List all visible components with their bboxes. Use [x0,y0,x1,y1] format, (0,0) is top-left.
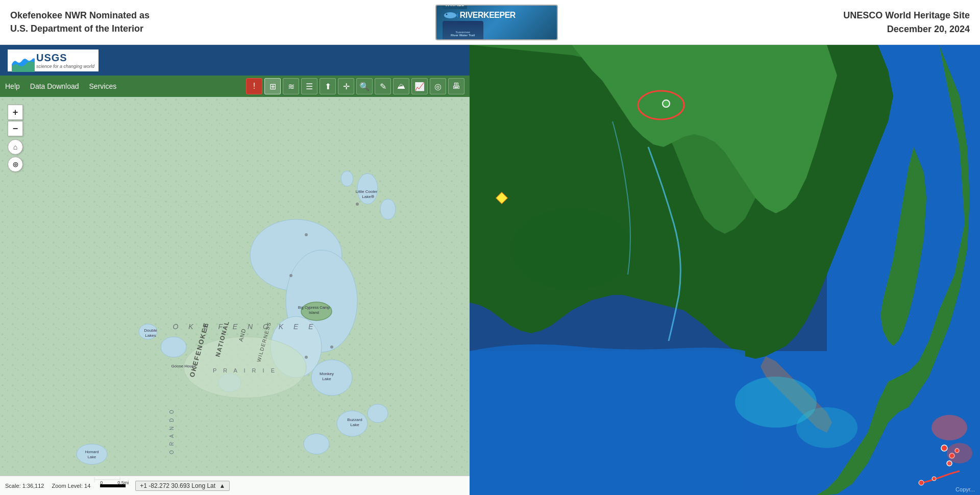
svg-point-68 [919,480,924,485]
right-panel[interactable]: Copyr... [470,45,980,495]
usgs-main-text: USGS [36,52,94,64]
svg-point-72 [932,415,967,440]
exclamation-icon: ! [253,82,255,91]
svg-point-32 [305,233,308,236]
zoom-in-button[interactable]: + [8,105,23,120]
svg-point-69 [932,477,936,481]
svg-point-54 [77,444,107,464]
mountain-button[interactable]: ⛰ [393,78,409,94]
scale-bar: 0 0.5mi [100,484,126,487]
svg-point-15 [311,360,352,395]
svg-text:Lake: Lake [88,455,96,459]
left-panel: USGS science for a changing world Help D… [0,45,470,495]
coordinate-display: +1 -82.272 30.693 Long Lat ▲ [135,481,230,491]
coord-expand-icon[interactable]: ▲ [219,482,225,489]
svg-point-26 [304,434,329,454]
crosshair-button[interactable]: ✛ [338,78,354,94]
svg-text:Monkey: Monkey [320,372,334,376]
usgs-logo-box: USGS science for a changing world [8,50,99,71]
svg-point-18 [380,199,396,219]
target-icon: ◎ [434,82,442,91]
svg-point-29 [330,345,333,349]
usgs-icon [12,52,32,69]
list-icon: ☰ [306,82,313,91]
scale-bar-label: 0.5mi [117,480,129,485]
toolbar-icons: ! ⊞ ≋ ☰ ⬆ ✛ 🔍 [246,78,464,94]
svg-point-71 [796,407,857,448]
svg-point-20 [161,337,186,357]
svg-text:Little Cooler: Little Cooler [356,189,378,194]
scale-text: Scale: 1:36,112 [5,483,44,489]
svg-point-64 [941,445,947,451]
layers-button[interactable]: ≋ [283,78,299,94]
pencil-button[interactable]: ✎ [375,78,391,94]
svg-marker-1 [456,13,458,18]
svg-text:Double: Double [144,328,157,333]
location-button[interactable]: ◎ [8,157,23,172]
svg-text:Lake: Lake [350,423,359,427]
svg-point-25 [368,404,388,423]
svg-text:P R A I R I E: P R A I R I E [213,367,277,374]
toolbar-data-download-menu[interactable]: Data Download [30,82,79,90]
svg-rect-11 [0,97,470,495]
upload-button[interactable]: ⬆ [320,78,336,94]
fish-svg-icon [443,10,458,20]
coord-text: +1 -82.272 30.693 Long Lat [140,482,215,489]
print-button[interactable]: 🖶 [448,78,464,94]
map-svg: OKEFENOKEE NATIONAL AND WILDERNESS O K E… [0,97,470,495]
svg-point-28 [371,195,374,198]
suwannee-label: Suwannee [470,5,500,8]
svg-text:Homard: Homard [85,450,99,454]
grid-icon: ⊞ [270,82,276,91]
svg-text:Lake: Lake [322,377,331,381]
satellite-svg [470,45,980,495]
usgs-sub-text: science for a changing world [36,64,94,69]
usgs-text-block: USGS science for a changing world [36,52,94,69]
print-icon: 🖶 [452,82,460,91]
svg-point-67 [947,461,952,466]
layers-icon: ≋ [288,82,295,91]
toolbar-help-menu[interactable]: Help [5,82,20,90]
riverkeeper-text: RIVERKEEPER [460,11,516,20]
banner-title-line1: Okefenokee NWR Nominated as [10,9,150,22]
svg-text:Big Cypress Camp: Big Cypress Camp [298,305,330,310]
svg-point-73 [947,443,972,463]
satellite-map: Copyr... [470,45,980,495]
chart-button[interactable]: 📈 [411,78,428,94]
search-icon: 🔍 [359,82,370,91]
svg-point-19 [341,171,353,186]
toolbar-services-menu[interactable]: Services [89,82,117,90]
search-button[interactable]: 🔍 [356,78,373,94]
usgs-wave-icon [12,52,35,72]
wwals-label: WWALS [445,5,464,8]
svg-point-2 [446,14,447,15]
chart-icon: 📈 [414,82,425,91]
zoom-text: Zoom Level: 14 [52,483,90,489]
mountain-icon: ⛰ [397,82,405,91]
svg-text:Buzzard: Buzzard [347,417,362,422]
svg-point-60 [510,208,633,290]
list-button[interactable]: ☰ [301,78,317,94]
heritage-date: December 20, 2024 [843,22,970,36]
svg-text:Lake: Lake [362,194,371,199]
svg-point-30 [305,356,308,359]
heritage-title: UNESCO World Heritage Site [843,9,970,22]
target-button[interactable]: ◎ [430,78,446,94]
svg-text:O K E F E N O K E E: O K E F E N O K E E [173,323,317,331]
svg-text:Lakes: Lakes [145,333,156,338]
svg-point-0 [444,12,456,18]
grid-button[interactable]: ⊞ [264,78,281,94]
riverkeeper-logo[interactable]: WWALS Suwannee RIVERKEEPER Suwannee R [435,5,558,40]
banner-right: UNESCO World Heritage Site December 20, … [843,9,970,36]
upload-icon: ⬆ [325,82,331,91]
usgs-header: USGS science for a changing world [0,45,470,76]
crosshair-icon: ✛ [343,82,350,91]
zoom-out-button[interactable]: − [8,121,23,136]
svg-point-27 [356,203,359,206]
exclamation-button[interactable]: ! [246,78,262,94]
home-button[interactable]: ⌂ [8,139,23,155]
svg-text:Goose House: Goose House [172,364,197,368]
banner-center: WWALS Suwannee RIVERKEEPER Suwannee R [435,5,558,40]
usgs-logo: USGS science for a changing world [8,50,99,71]
map-area[interactable]: OKEFENOKEE NATIONAL AND WILDERNESS O K E… [0,97,470,495]
